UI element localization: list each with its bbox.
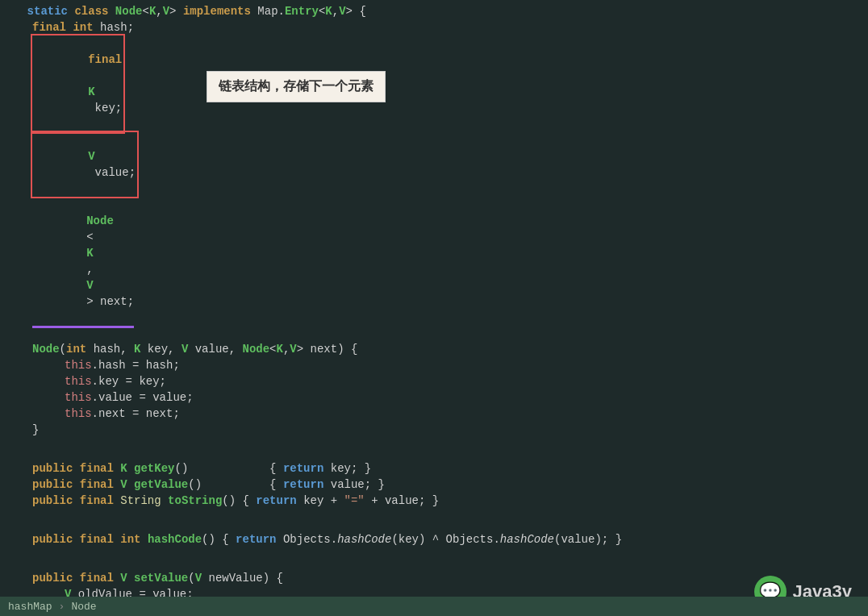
code-block-3: public final K getKey () { return key; }… (0, 457, 868, 512)
code-line: this .value = value; (0, 389, 868, 406)
code-line: final int hash; (0, 19, 868, 35)
tooltip: 链表结构，存储下一个元素 (207, 71, 386, 102)
breadcrumb-node[interactable]: Node (71, 601, 96, 613)
code-line: this .key = key; (0, 373, 868, 389)
code-block-4: public final int hashCode () { return Ob… (0, 528, 868, 551)
code-line: public final V setValue ( V newValue) { (0, 570, 868, 586)
code-line: } (0, 422, 868, 438)
code-line: public final String toString () { return… (0, 493, 868, 509)
code-block-2: Node ( int hash, K key, V value, Node < … (0, 338, 868, 441)
code-block-1: static class Node < K , V > implements M… (0, 0, 868, 331)
code-line: this .hash = hash; (0, 357, 868, 373)
breadcrumb-hashmap[interactable]: hashMap (8, 601, 52, 613)
bottom-bar: hashMap › Node (0, 597, 868, 616)
tooltip-text: 链表结构，存储下一个元素 (219, 79, 373, 93)
code-line: public final K getKey () { return key; } (0, 460, 868, 477)
code-line: Node < K , V > next; (0, 197, 868, 328)
code-line: public final int hashCode () { return Ob… (0, 531, 868, 547)
code-line: Node ( int hash, K key, V value, Node < … (0, 341, 868, 357)
code-line: V value; (0, 132, 868, 197)
code-line: this .next = next; (0, 406, 868, 422)
code-line: static class Node < K , V > implements M… (0, 3, 868, 19)
code-line: public final V getValue () { return valu… (0, 477, 868, 493)
code-line: final K key; (0, 35, 868, 132)
breadcrumb-separator: › (59, 601, 65, 613)
code-editor: static class Node < K , V > implements M… (0, 0, 868, 616)
